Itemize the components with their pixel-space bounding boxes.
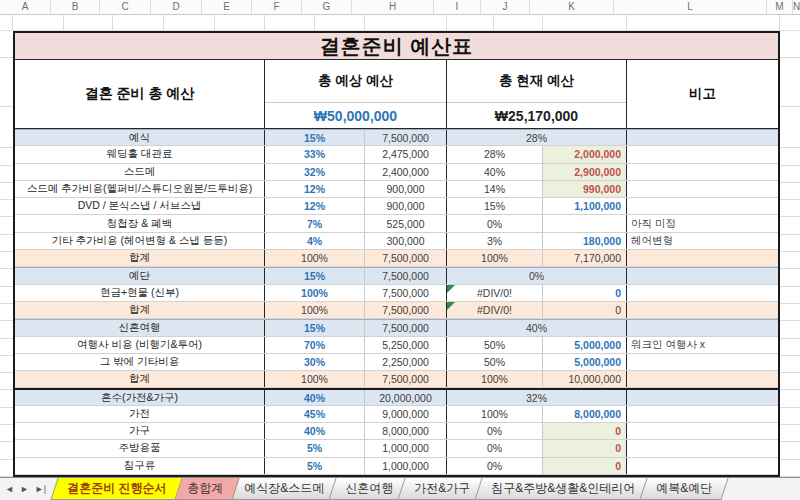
expected-percent-cell[interactable]: 15% bbox=[265, 320, 365, 335]
column-header[interactable]: D bbox=[151, 0, 202, 14]
expected-amount-cell[interactable]: 2,400,000 bbox=[365, 164, 447, 180]
row-label-cell[interactable]: 예단 bbox=[15, 268, 265, 283]
column-header[interactable]: A bbox=[0, 0, 51, 14]
expected-percent-cell[interactable]: 33% bbox=[265, 146, 365, 162]
expected-amount-cell[interactable]: 1,000,000 bbox=[365, 440, 447, 456]
note-cell[interactable] bbox=[627, 146, 778, 162]
expected-total-amount[interactable]: ₩50,000,000 bbox=[265, 103, 446, 128]
note-cell[interactable] bbox=[627, 423, 778, 439]
current-amount-cell[interactable]: 0 bbox=[543, 458, 627, 474]
expected-percent-cell[interactable]: 32% bbox=[265, 164, 365, 180]
row-label-cell[interactable]: 신혼여행 bbox=[15, 320, 265, 335]
current-amount-cell[interactable]: 10,000,000 bbox=[543, 371, 627, 387]
expected-percent-cell[interactable]: 100% bbox=[265, 302, 365, 318]
expected-percent-cell[interactable]: 100% bbox=[265, 371, 365, 387]
note-cell[interactable] bbox=[627, 440, 778, 456]
current-percent-cell[interactable]: 32% bbox=[447, 390, 627, 404]
note-cell[interactable] bbox=[627, 130, 778, 145]
note-cell[interactable] bbox=[627, 268, 778, 283]
expected-percent-cell[interactable]: 100% bbox=[265, 250, 365, 266]
row-label-cell[interactable]: 가구 bbox=[15, 423, 265, 439]
current-percent-cell[interactable]: 100% bbox=[447, 371, 543, 387]
current-amount-cell[interactable]: 2,000,000 bbox=[543, 146, 627, 162]
current-amount-cell[interactable]: 0 bbox=[543, 423, 627, 439]
current-percent-cell[interactable]: 0% bbox=[447, 458, 543, 474]
header-expected-budget[interactable]: 총 예상 예산 bbox=[265, 60, 446, 103]
expected-amount-cell[interactable]: 9,000,000 bbox=[365, 406, 447, 422]
note-cell[interactable] bbox=[627, 181, 778, 197]
sheet-tab[interactable]: 침구&주방&생활&인테리어 bbox=[475, 478, 652, 500]
row-label-cell[interactable]: 기타 추가비용 (헤어변형 & 스냅 등등) bbox=[15, 233, 265, 249]
expected-percent-cell[interactable]: 4% bbox=[265, 233, 365, 249]
expected-amount-cell[interactable]: 2,475,000 bbox=[365, 146, 447, 162]
expected-percent-cell[interactable]: 40% bbox=[265, 423, 365, 439]
current-percent-cell[interactable]: #DIV/0! bbox=[447, 302, 543, 318]
column-header[interactable]: M bbox=[767, 0, 793, 14]
column-header[interactable]: B bbox=[51, 0, 100, 14]
row-label-cell[interactable]: 그 밖에 기타비용 bbox=[15, 354, 265, 370]
expected-percent-cell[interactable]: 12% bbox=[265, 198, 365, 214]
nav-last-sheet-icon[interactable]: ►| bbox=[35, 485, 46, 494]
current-percent-cell[interactable]: 0% bbox=[447, 423, 543, 439]
current-percent-cell[interactable]: 28% bbox=[447, 130, 627, 145]
expected-amount-cell[interactable]: 7,500,000 bbox=[365, 250, 447, 266]
expected-amount-cell[interactable]: 7,500,000 bbox=[365, 302, 447, 318]
current-percent-cell[interactable]: 0% bbox=[447, 440, 543, 456]
row-label-cell[interactable]: 청첩장 & 폐백 bbox=[15, 215, 265, 231]
current-percent-cell[interactable]: 3% bbox=[447, 233, 543, 249]
current-percent-cell[interactable]: 50% bbox=[447, 354, 543, 370]
expected-percent-cell[interactable]: 5% bbox=[265, 458, 365, 474]
current-percent-cell[interactable]: 0% bbox=[447, 215, 543, 231]
expected-percent-cell[interactable]: 15% bbox=[265, 268, 365, 283]
column-header[interactable]: F bbox=[252, 0, 302, 14]
column-header[interactable]: I bbox=[434, 0, 481, 14]
expected-amount-cell[interactable]: 300,000 bbox=[365, 233, 447, 249]
current-amount-cell[interactable]: 0 bbox=[543, 440, 627, 456]
row-label-cell[interactable]: 스드메 bbox=[15, 164, 265, 180]
expected-percent-cell[interactable]: 5% bbox=[265, 440, 365, 456]
header-total-budget[interactable]: 결혼 준비 총 예산 bbox=[15, 60, 265, 128]
current-amount-cell[interactable]: 5,000,000 bbox=[543, 354, 627, 370]
expected-percent-cell[interactable]: 12% bbox=[265, 181, 365, 197]
expected-amount-cell[interactable]: 900,000 bbox=[365, 181, 447, 197]
table-title[interactable]: 결혼준비 예산표 bbox=[15, 33, 778, 60]
header-current-budget[interactable]: 총 현재 예산 bbox=[447, 60, 626, 103]
note-cell[interactable]: 아직 미정 bbox=[627, 215, 778, 231]
note-cell[interactable] bbox=[627, 250, 778, 266]
note-cell[interactable] bbox=[627, 354, 778, 370]
expected-amount-cell[interactable]: 900,000 bbox=[365, 198, 447, 214]
row-label-cell[interactable]: 스드메 추가비용(헬퍼비/스튜디오원본/드투비용) bbox=[15, 181, 265, 197]
current-percent-cell[interactable]: 40% bbox=[447, 320, 627, 335]
nav-prev-sheet-icon[interactable]: ◄ bbox=[5, 485, 14, 494]
sheet-tab[interactable]: 가전&가구 bbox=[398, 478, 487, 500]
note-cell[interactable] bbox=[627, 406, 778, 422]
current-amount-cell[interactable]: 8,000,000 bbox=[543, 406, 627, 422]
expected-amount-cell[interactable]: 1,000,000 bbox=[365, 458, 447, 474]
current-amount-cell[interactable]: 5,000,000 bbox=[543, 337, 627, 353]
expected-amount-cell[interactable]: 2,250,000 bbox=[365, 354, 447, 370]
column-header[interactable]: K bbox=[530, 0, 614, 14]
current-amount-cell[interactable]: 0 bbox=[543, 302, 627, 318]
note-cell[interactable] bbox=[627, 371, 778, 387]
expected-amount-cell[interactable]: 7,500,000 bbox=[365, 285, 447, 301]
row-label-cell[interactable]: 혼수(가전&가구) bbox=[15, 390, 265, 404]
expected-percent-cell[interactable]: 100% bbox=[265, 285, 365, 301]
expected-percent-cell[interactable]: 15% bbox=[265, 130, 365, 145]
row-label-cell[interactable]: 합계 bbox=[15, 302, 265, 318]
note-cell[interactable]: 헤어변형 bbox=[627, 233, 778, 249]
note-cell[interactable]: 워크인 여행사 x bbox=[627, 337, 778, 353]
note-cell[interactable] bbox=[627, 198, 778, 214]
expected-percent-cell[interactable]: 40% bbox=[265, 390, 365, 404]
column-header[interactable]: H bbox=[352, 0, 434, 14]
column-header[interactable]: L bbox=[614, 0, 767, 14]
current-percent-cell[interactable]: 40% bbox=[447, 164, 543, 180]
row-label-cell[interactable]: 침구류 bbox=[15, 458, 265, 474]
column-header[interactable]: G bbox=[302, 0, 352, 14]
expected-amount-cell[interactable]: 7,500,000 bbox=[365, 371, 447, 387]
current-total-amount[interactable]: ₩25,170,000 bbox=[447, 103, 626, 128]
row-label-cell[interactable]: 웨딩홀 대관료 bbox=[15, 146, 265, 162]
expected-amount-cell[interactable]: 7,500,000 bbox=[365, 130, 447, 145]
note-cell[interactable] bbox=[627, 164, 778, 180]
row-label-cell[interactable]: 현금+현물 (신부) bbox=[15, 285, 265, 301]
current-amount-cell[interactable]: 2,900,000 bbox=[543, 164, 627, 180]
